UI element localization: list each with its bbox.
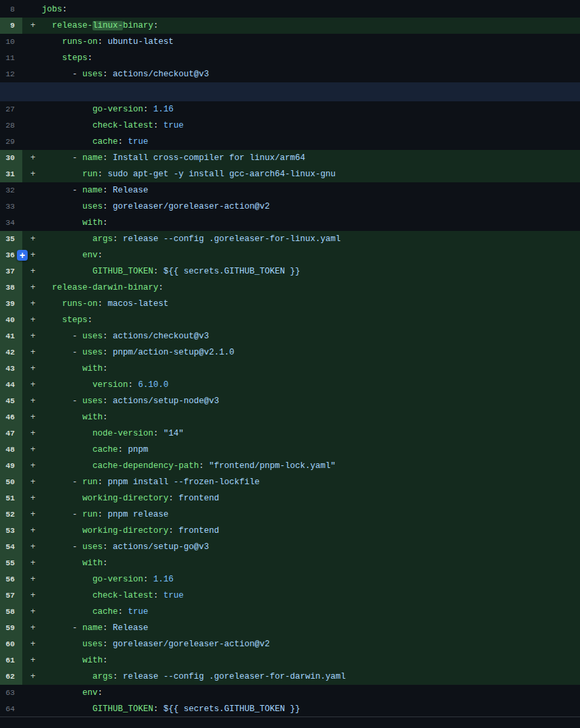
code-text: jobs: — [42, 1, 580, 18]
code-text: node-version: "14" — [42, 425, 580, 442]
line-number[interactable]: 52 — [0, 506, 22, 523]
line-number[interactable]: 58 — [0, 604, 22, 620]
line-number[interactable]: 49 — [0, 458, 22, 474]
code-text: go-version: 1.16 — [42, 571, 580, 588]
diff-sign: + — [22, 652, 42, 669]
diff-sign — [22, 215, 42, 231]
line-number[interactable]: 42 — [0, 344, 22, 361]
line-number[interactable]: 48 — [0, 442, 22, 458]
line-number[interactable]: 64 — [0, 701, 22, 717]
line-number[interactable]: 40 — [0, 312, 22, 328]
line-number[interactable]: 11 — [0, 50, 22, 66]
line-number[interactable]: 30 — [0, 150, 22, 166]
line-number[interactable]: 41 — [0, 328, 22, 344]
code-text: with: — [42, 215, 580, 231]
diff-line-42: 42+ - uses: pnpm/action-setup@v2.1.0 — [0, 344, 580, 361]
code-text: with: — [42, 409, 580, 425]
line-number[interactable]: 53 — [0, 523, 22, 539]
diff-line-33: 33 uses: goreleaser/goreleaser-action@v2 — [0, 199, 580, 215]
diff-line-9: 9+ release-linux-binary: — [0, 18, 580, 34]
line-number[interactable]: 29 — [0, 134, 22, 150]
diff-line-49: 49+ cache-dependency-path: "frontend/pnp… — [0, 458, 580, 474]
line-number[interactable]: 54 — [0, 539, 22, 555]
diff-sign: + — [22, 442, 42, 458]
diff-sign — [22, 34, 42, 50]
line-number[interactable]: 27 — [0, 101, 22, 118]
line-number[interactable]: 9 — [0, 18, 22, 34]
line-number[interactable]: 38 — [0, 280, 22, 296]
line-number[interactable]: 8 — [0, 1, 22, 18]
line-number[interactable]: 35 — [0, 231, 22, 247]
code-text: - uses: actions/checkout@v3 — [42, 66, 580, 82]
diff-line-30: 30+ - name: Install cross-compiler for l… — [0, 150, 580, 166]
code-text: with: — [42, 652, 580, 669]
code-text: - name: Release — [42, 620, 580, 636]
line-number[interactable]: 12 — [0, 66, 22, 82]
line-number[interactable]: 57 — [0, 588, 22, 604]
diff-sign: + — [22, 458, 42, 474]
line-number[interactable]: 33 — [0, 199, 22, 215]
code-text: with: — [42, 555, 580, 571]
code-text: runs-on: macos-latest — [42, 296, 580, 312]
diff-sign: + — [22, 150, 42, 166]
line-number[interactable]: 45 — [0, 393, 22, 409]
line-number[interactable]: 32 — [0, 182, 22, 199]
code-text: steps: — [42, 50, 580, 66]
diff-line-55: 55+ with: — [0, 555, 580, 571]
line-number[interactable]: 59 — [0, 620, 22, 636]
line-number[interactable]: 10 — [0, 34, 22, 50]
diff-sign: + — [22, 604, 42, 620]
diff-line-8: 8jobs: — [0, 1, 580, 18]
line-number[interactable]: 47 — [0, 425, 22, 442]
diff-sign — [22, 182, 42, 199]
line-number[interactable]: 39 — [0, 296, 22, 312]
diff-sign — [22, 101, 42, 118]
line-number[interactable]: 28 — [0, 118, 22, 134]
diff-sign — [22, 134, 42, 150]
line-number[interactable]: 62 — [0, 669, 22, 685]
diff-line-12: 12 - uses: actions/checkout@v3 — [0, 66, 580, 82]
add-comment-button[interactable]: + — [17, 250, 28, 261]
diff-line-11: 11 steps: — [0, 50, 580, 66]
code-text: - run: pnpm install --frozen-lockfile — [42, 474, 580, 490]
diff-sign — [22, 701, 42, 717]
diff-line-10: 10 runs-on: ubuntu-latest — [0, 34, 580, 50]
line-number[interactable]: 51 — [0, 490, 22, 506]
line-number[interactable]: 63 — [0, 685, 22, 701]
line-number[interactable]: 50 — [0, 474, 22, 490]
line-number[interactable]: 44 — [0, 377, 22, 393]
code-text: check-latest: true — [42, 588, 580, 604]
diff-line-57: 57+ check-latest: true — [0, 588, 580, 604]
line-number[interactable]: 37 — [0, 263, 22, 280]
diff-sign: + — [22, 231, 42, 247]
diff-sign: + — [22, 166, 42, 182]
line-number[interactable]: 56 — [0, 571, 22, 588]
diff-hunk-expander[interactable] — [0, 82, 580, 101]
diff-line-61: 61+ with: — [0, 652, 580, 669]
code-text: - run: pnpm release — [42, 506, 580, 523]
diff-line-53: 53+ working-directory: frontend — [0, 523, 580, 539]
code-text: release-darwin-binary: — [42, 280, 580, 296]
diff-line-48: 48+ cache: pnpm — [0, 442, 580, 458]
code-text: - uses: actions/checkout@v3 — [42, 328, 580, 344]
diff-line-46: 46+ with: — [0, 409, 580, 425]
code-text: - name: Install cross-compiler for linux… — [42, 150, 580, 166]
diff-sign: + — [22, 506, 42, 523]
diff-sign: + — [22, 571, 42, 588]
line-number[interactable]: 31 — [0, 166, 22, 182]
diff-sign: + — [22, 377, 42, 393]
diff-line-43: 43+ with: — [0, 361, 580, 377]
line-number[interactable]: 34 — [0, 215, 22, 231]
diff-line-56: 56+ go-version: 1.16 — [0, 571, 580, 588]
line-number[interactable]: 43 — [0, 361, 22, 377]
line-number[interactable]: 55 — [0, 555, 22, 571]
diff-sign: + — [22, 588, 42, 604]
diff-line-36: 36+ env: — [0, 247, 580, 263]
line-number[interactable]: 60 — [0, 636, 22, 652]
diff-line-60: 60+ uses: goreleaser/goreleaser-action@v… — [0, 636, 580, 652]
code-text: cache: true — [42, 604, 580, 620]
line-number[interactable]: 61 — [0, 652, 22, 669]
diff-line-37: 37+ GITHUB_TOKEN: ${{ secrets.GITHUB_TOK… — [0, 263, 580, 280]
diff-line-54: 54+ - uses: actions/setup-go@v3 — [0, 539, 580, 555]
line-number[interactable]: 46 — [0, 409, 22, 425]
